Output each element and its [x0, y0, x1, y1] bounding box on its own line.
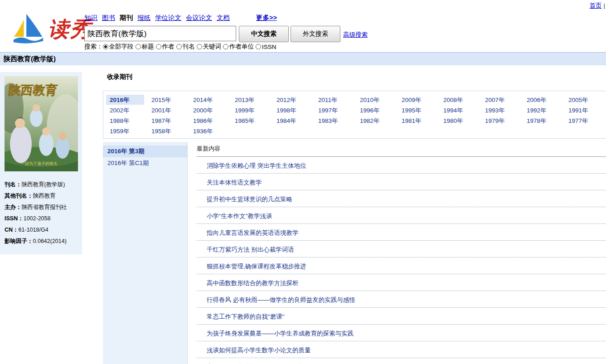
year-link[interactable]: 2007年 [481, 95, 519, 105]
year-link[interactable]: 1977年 [565, 116, 603, 126]
journal-meta-row: ISSN：1002-2058 [0, 213, 82, 224]
year-link[interactable]: 2000年 [189, 105, 228, 115]
article-row: 为孩子终身发展奠基——小学生养成教育的探索与实践 [197, 325, 606, 341]
issues-panel: 2016年 第3期2016年 第C1期 [103, 142, 187, 364]
year-link[interactable]: 1959年 [106, 126, 144, 136]
article-link[interactable]: 小学"生本作文"教学浅谈 [207, 213, 272, 219]
year-link[interactable]: 1991年 [565, 105, 603, 115]
search-input[interactable] [84, 26, 236, 41]
year-link[interactable]: 1979年 [481, 116, 519, 126]
year-link[interactable]: 1994年 [440, 105, 478, 115]
year-link[interactable]: 2014年 [189, 95, 228, 105]
foreign-search-button[interactable]: 外文搜索 [291, 26, 340, 42]
chinese-search-button[interactable]: 中文搜索 [239, 26, 289, 42]
nav-link[interactable]: 期刊 [120, 14, 133, 22]
year-link[interactable]: 1996年 [356, 105, 394, 115]
radio-icon [103, 44, 108, 49]
year-link[interactable]: 1978年 [523, 116, 561, 126]
year-link[interactable]: 1983年 [315, 116, 353, 126]
year-link[interactable]: 1988年 [106, 116, 144, 126]
year-link[interactable]: 2008年 [440, 95, 478, 105]
journal-meta-list: 刊名：陕西教育(教学版) 其他刊名：陕西教育 主办：陕西省教育报刊社 ISSN：… [0, 179, 82, 247]
year-link[interactable]: 1985年 [231, 116, 269, 126]
year-link[interactable]: 2016年 [106, 95, 144, 105]
scope-radio-option[interactable]: 刊名 [176, 43, 195, 51]
article-link[interactable]: 指向儿童言语发展的英语语境教学 [207, 229, 299, 236]
article-link[interactable]: 提升初中生篮球意识的几点策略 [207, 196, 292, 203]
year-link[interactable]: 1981年 [398, 116, 436, 126]
article-row: 高中函数数形结合的教学方法探析 [197, 274, 606, 291]
year-link[interactable]: 2009年 [398, 95, 436, 105]
year-link[interactable]: 2013年 [231, 95, 269, 105]
nav-link[interactable]: 图书 [102, 14, 115, 22]
radio-icon [156, 44, 161, 49]
year-link[interactable]: 1995年 [398, 105, 436, 115]
article-row: 狠抓校本管理,确保课程改革稳步推进 [197, 257, 606, 274]
nav-link[interactable]: 学位论文 [155, 14, 181, 22]
duxiu-logo[interactable]: 读秀 [10, 13, 92, 45]
article-list: 消除学生依赖心理 突出学生主体地位 关注本体性语文教学 提升初中生篮球意识的几点… [188, 157, 606, 364]
issue-link[interactable]: 2016年 第3期 [103, 146, 187, 157]
year-link[interactable]: 1984年 [273, 116, 311, 126]
year-link[interactable]: 1998年 [273, 105, 311, 115]
article-row: 浅谈如何提高小学生数学小论文的质量 [197, 341, 606, 358]
year-link[interactable]: 2015年 [148, 95, 186, 105]
scope-radio-option[interactable]: 作者 [156, 43, 175, 51]
radio-icon [136, 44, 141, 49]
year-link[interactable]: 2012年 [273, 95, 311, 105]
article-row: 千红万紫巧方法 别出心裁学词语 [197, 241, 606, 257]
article-link[interactable]: 消除学生依赖心理 突出学生主体地位 [207, 162, 306, 169]
scope-label: 搜索： [84, 43, 103, 51]
nav-link[interactable]: 知识 [84, 14, 97, 22]
year-link[interactable]: 2011年 [315, 95, 353, 105]
nav-link[interactable]: 报纸 [137, 14, 150, 22]
latest-content-heading: 最新内容 [197, 142, 606, 157]
year-link[interactable]: 1997年 [315, 105, 353, 115]
year-link[interactable]: 1958年 [148, 126, 186, 136]
article-link[interactable]: 行得春风 必有秋雨——做学生的良师益友的实践与感悟 [207, 296, 355, 303]
scope-radio-option[interactable]: 关键词 [197, 43, 222, 51]
article-link[interactable]: 关注本体性语文教学 [207, 179, 262, 186]
year-link[interactable]: 1980年 [440, 116, 478, 126]
article-link[interactable]: 高中函数数形结合的教学方法探析 [207, 280, 299, 286]
article-link[interactable]: 常态工作下教师的自我"磨课" [207, 313, 285, 320]
more-link[interactable]: 更多>> [256, 14, 277, 22]
included-issues-heading: 收录期刊 [107, 73, 132, 81]
year-link[interactable]: 2001年 [148, 105, 186, 115]
year-link[interactable]: 2010年 [356, 95, 394, 105]
nav-link[interactable]: 会议论文 [186, 14, 212, 22]
year-link[interactable]: 1986年 [189, 116, 228, 126]
home-link[interactable]: 首页 [589, 2, 601, 9]
scope-radio-option[interactable]: 全部字段 [103, 43, 134, 51]
year-link[interactable]: 1999年 [231, 105, 269, 115]
journal-title: 陕西教育(教学版) [4, 55, 56, 63]
article-link[interactable]: 浅谈如何提高小学生数学小论文的质量 [207, 347, 311, 354]
journal-meta-row: CN：61-1018/G4 [0, 224, 82, 236]
article-row: 常态工作下教师的自我"磨课" [197, 308, 606, 325]
search-scope-row: 搜索： 全部字段 标题 作者 刊名 关键词 [84, 43, 278, 51]
year-link[interactable]: 2002年 [106, 105, 144, 115]
article-row: 提升初中生篮球意识的几点策略 [197, 190, 606, 207]
issue-link[interactable]: 2016年 第C1期 [103, 157, 187, 169]
article-link[interactable]: 为孩子终身发展奠基——小学生养成教育的探索与实践 [207, 330, 354, 337]
year-link[interactable]: 2006年 [523, 95, 561, 105]
year-link[interactable]: 1987年 [148, 116, 186, 126]
article-link[interactable]: 狠抓校本管理,确保课程改革稳步推进 [207, 263, 306, 270]
year-link[interactable]: 1982年 [356, 116, 394, 126]
article-link[interactable]: 千红万紫巧方法 别出心裁学词语 [207, 246, 294, 253]
scope-options: 全部字段 标题 作者 刊名 关键词 作者单位 [103, 43, 278, 51]
main-nav: 知识图书期刊报纸学位论文会议论文文档 [84, 14, 230, 22]
year-link[interactable]: 1992年 [523, 105, 561, 115]
year-link[interactable]: 1936年 [189, 126, 228, 136]
year-link[interactable]: 2005年 [565, 95, 603, 105]
article-row: 小学"生本作文"教学浅谈 [197, 207, 606, 224]
radio-icon [256, 44, 261, 49]
scope-radio-option[interactable]: ISSN [256, 44, 276, 50]
year-link[interactable]: 1993年 [481, 105, 519, 115]
scope-radio-option[interactable]: 作者单位 [223, 43, 254, 51]
journal-info-panel: 陕西教育 一切为了孩子的明天 刊名：陕西教育(教学版) 其他刊名：陕西教育 主办… [0, 72, 82, 254]
journal-meta-row: 其他刊名：陕西教育 [0, 190, 82, 202]
scope-radio-option[interactable]: 标题 [136, 43, 154, 51]
nav-link[interactable]: 文档 [217, 14, 230, 22]
advanced-search-link[interactable]: 高级搜索 [343, 31, 368, 39]
